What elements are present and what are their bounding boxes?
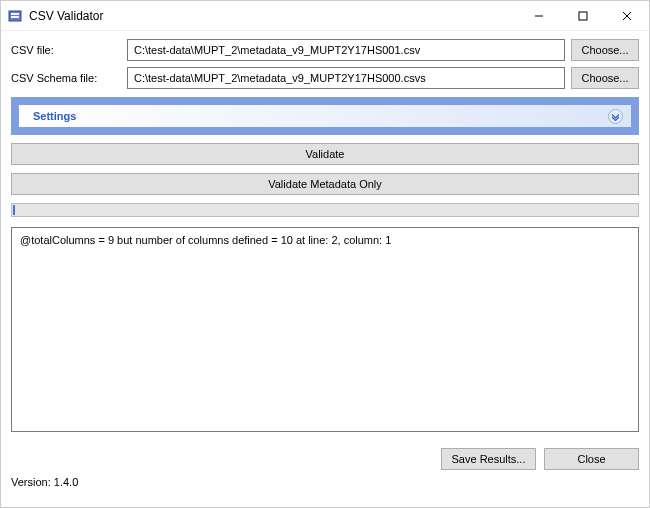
window-title: CSV Validator (29, 9, 103, 23)
progress-fill (13, 205, 15, 215)
csv-file-input[interactable] (127, 39, 565, 61)
chevron-down-icon (608, 109, 623, 124)
bottom-buttons: Save Results... Close (11, 448, 639, 470)
svg-rect-2 (11, 16, 19, 18)
app-icon (7, 8, 23, 24)
svg-rect-4 (579, 12, 587, 20)
validate-metadata-button[interactable]: Validate Metadata Only (11, 173, 639, 195)
settings-panel: Settings (11, 97, 639, 135)
schema-choose-button[interactable]: Choose... (571, 67, 639, 89)
window-controls (517, 1, 649, 31)
svg-rect-1 (11, 13, 19, 15)
schema-file-row: CSV Schema file: Choose... (11, 67, 639, 89)
close-window-button[interactable] (605, 1, 649, 31)
content-area: CSV file: Choose... CSV Schema file: Cho… (1, 31, 649, 492)
schema-file-label: CSV Schema file: (11, 72, 121, 84)
minimize-button[interactable] (517, 1, 561, 31)
validate-button[interactable]: Validate (11, 143, 639, 165)
version-label: Version: 1.4.0 (11, 476, 639, 488)
settings-label: Settings (33, 110, 76, 122)
csv-choose-button[interactable]: Choose... (571, 39, 639, 61)
csv-file-row: CSV file: Choose... (11, 39, 639, 61)
save-results-button[interactable]: Save Results... (441, 448, 536, 470)
output-log[interactable] (11, 227, 639, 432)
close-button[interactable]: Close (544, 448, 639, 470)
csv-file-label: CSV file: (11, 44, 121, 56)
progress-bar (11, 203, 639, 217)
settings-header[interactable]: Settings (19, 105, 631, 127)
schema-file-input[interactable] (127, 67, 565, 89)
maximize-button[interactable] (561, 1, 605, 31)
title-left: CSV Validator (7, 8, 103, 24)
titlebar: CSV Validator (1, 1, 649, 31)
